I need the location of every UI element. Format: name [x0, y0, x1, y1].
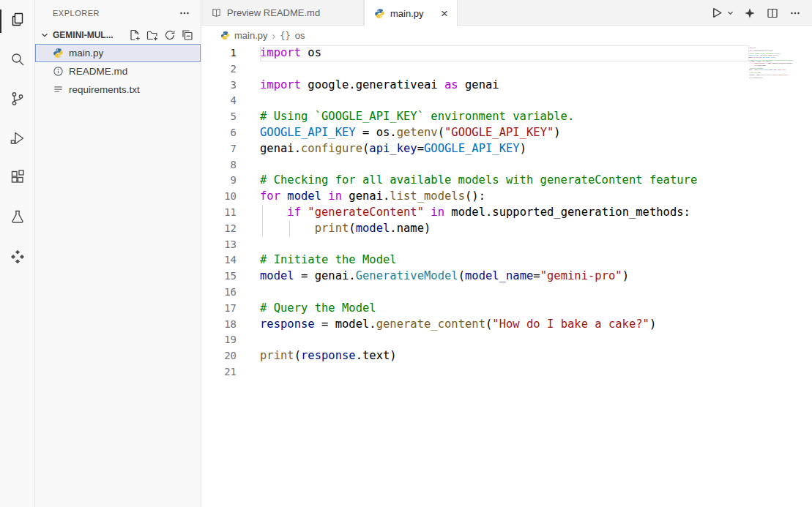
file-label: README.md — [69, 66, 127, 77]
line-number[interactable]: 13 — [201, 237, 250, 253]
line-number[interactable]: 21 — [201, 364, 250, 380]
line-number[interactable]: 9 — [201, 173, 250, 189]
editor-body: 1import os2 3import google.generativeai … — [201, 45, 812, 507]
line-number[interactable]: 2 — [201, 61, 250, 78]
code-line-15[interactable]: 15model = genai.GenerativeModel(model_na… — [201, 268, 749, 285]
code-line-content: print(model.name) — [260, 221, 749, 237]
file-requirements-txt[interactable]: requirements.txt — [35, 80, 201, 99]
code-line-9[interactable]: 9# Checking for all available models wit… — [201, 173, 749, 189]
line-number[interactable]: 5 — [201, 109, 250, 125]
run-dropdown-icon[interactable] — [726, 6, 734, 20]
line-number[interactable]: 8 — [201, 157, 250, 173]
refresh-icon[interactable] — [163, 28, 177, 42]
tab-preview-readme[interactable]: Preview README.md — [201, 0, 364, 26]
line-number[interactable]: 6 — [201, 125, 250, 141]
line-number[interactable]: 19 — [201, 332, 250, 348]
code-line-1[interactable]: 1import os — [201, 45, 749, 61]
tab-label: main.py — [390, 8, 424, 19]
line-number[interactable]: 16 — [201, 285, 250, 301]
editor-group: Preview README.md main.py × — [201, 0, 812, 507]
code-line-content: GOOGLE_API_KEY = os.getenv("GOOGLE_API_K… — [260, 125, 749, 141]
activity-custom-view[interactable] — [0, 239, 35, 278]
activity-source-control[interactable] — [0, 80, 35, 120]
extensions-icon — [9, 169, 26, 189]
line-number[interactable]: 11 — [201, 205, 250, 221]
code-line-content: import os — [260, 45, 749, 61]
activity-bar — [0, 0, 35, 507]
code-line-2[interactable]: 2 — [201, 61, 749, 78]
activity-search[interactable] — [0, 41, 35, 80]
info-icon — [52, 66, 64, 78]
vscode-window: EXPLORER GEMINI-MUL... — [0, 0, 812, 507]
code-line-17[interactable]: 17# Query the Model — [201, 301, 749, 317]
folder-name: GEMINI-MUL... — [53, 30, 113, 40]
folder-section-header[interactable]: GEMINI-MUL... — [35, 26, 201, 44]
code-line-content: if "generateContent" in model.supported_… — [260, 205, 749, 221]
close-icon[interactable]: × — [441, 7, 448, 20]
code-line-6[interactable]: 6GOOGLE_API_KEY = os.getenv("GOOGLE_API_… — [201, 125, 749, 141]
code-editor[interactable]: 1import os2 3import google.generativeai … — [201, 45, 749, 507]
split-editor-icon[interactable] — [765, 6, 780, 20]
line-number[interactable]: 3 — [201, 78, 250, 94]
markdown-preview-icon — [210, 7, 222, 19]
file-main-py[interactable]: main.py — [35, 44, 201, 62]
line-number[interactable]: 12 — [201, 221, 250, 237]
line-number[interactable]: 18 — [201, 317, 250, 333]
code-line-12[interactable]: 12 print(model.name) — [201, 221, 749, 237]
activity-explorer[interactable] — [0, 1, 35, 41]
code-line-20[interactable]: 20print(response.text) — [201, 348, 749, 364]
code-line-7[interactable]: 7genai.configure(api_key=GOOGLE_API_KEY) — [201, 141, 749, 157]
minimap[interactable]: import os import google.generativeai as … — [749, 45, 812, 507]
code-line-18[interactable]: 18response = model.generate_content("How… — [201, 317, 749, 333]
code-line-8[interactable]: 8 — [201, 157, 749, 173]
code-line-21[interactable]: 21 — [201, 364, 749, 380]
collapse-all-icon[interactable] — [180, 28, 195, 42]
source-control-icon — [9, 90, 26, 110]
code-line-3[interactable]: 3import google.generativeai as genai — [201, 78, 749, 94]
run-button[interactable] — [709, 6, 723, 20]
file-label: requirements.txt — [69, 84, 140, 95]
activity-extensions[interactable] — [0, 159, 35, 199]
code-line-content: # Using `GOOGLE_API_KEY` environment var… — [260, 109, 749, 125]
code-line-21 — [749, 79, 812, 80]
tab-bar: Preview README.md main.py × — [201, 0, 812, 26]
code-line-content: for model in genai.list_models(): — [260, 189, 749, 205]
code-line-content: # Initiate the Model — [260, 252, 749, 268]
file-readme-md[interactable]: README.md — [35, 62, 201, 80]
breadcrumb-symbol[interactable]: os — [295, 30, 305, 41]
line-number[interactable]: 20 — [201, 348, 250, 364]
code-line-14[interactable]: 14# Initiate the Model — [201, 252, 749, 268]
line-number[interactable]: 15 — [201, 268, 250, 285]
code-line-content: response = model.generate_content("How d… — [260, 317, 749, 333]
line-number[interactable]: 10 — [201, 189, 250, 205]
code-line-4[interactable]: 4 — [201, 93, 749, 109]
line-number[interactable]: 7 — [201, 141, 250, 157]
code-line-content — [260, 157, 749, 173]
line-number[interactable]: 4 — [201, 93, 250, 109]
code-line-10[interactable]: 10for model in genai.list_models(): — [201, 189, 749, 205]
file-list: main.py README.md requirements.txt — [35, 44, 201, 99]
code-line-content: genai.configure(api_key=GOOGLE_API_KEY) — [260, 141, 749, 157]
code-line-content — [749, 79, 812, 80]
line-number[interactable]: 14 — [201, 252, 250, 268]
new-file-icon[interactable] — [127, 28, 142, 42]
code-line-19[interactable]: 19 — [201, 332, 749, 348]
beaker-icon — [9, 209, 26, 229]
views-more-actions-icon[interactable] — [177, 6, 192, 20]
sparkle-icon[interactable] — [742, 6, 757, 20]
activity-run-debug[interactable] — [0, 120, 35, 159]
code-line-16[interactable]: 16 — [201, 285, 749, 301]
code-line-5[interactable]: 5# Using `GOOGLE_API_KEY` environment va… — [201, 109, 749, 125]
line-number[interactable]: 17 — [201, 301, 250, 317]
breadcrumb-file[interactable]: main.py — [234, 30, 268, 41]
symbol-namespace-icon: {} — [280, 31, 290, 41]
search-icon — [9, 50, 26, 71]
activity-testing[interactable] — [0, 199, 35, 239]
section-actions — [127, 28, 195, 42]
new-folder-icon[interactable] — [145, 28, 160, 42]
code-line-13[interactable]: 13 — [201, 237, 749, 253]
line-number[interactable]: 1 — [201, 45, 250, 61]
tab-main-py[interactable]: main.py × — [364, 0, 458, 26]
code-line-11[interactable]: 11 if "generateContent" in model.support… — [201, 205, 749, 221]
more-actions-icon[interactable] — [788, 6, 802, 20]
